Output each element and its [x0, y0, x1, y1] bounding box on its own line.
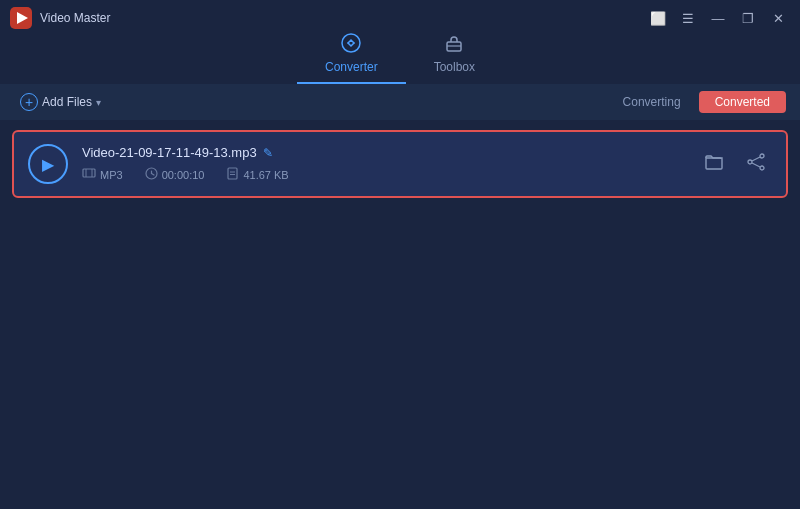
share-icon — [745, 151, 767, 177]
dropdown-arrow-icon: ▾ — [96, 97, 101, 108]
svg-line-17 — [752, 157, 760, 161]
file-name: Video-21-09-17-11-49-13.mp3 — [82, 145, 257, 160]
app-title: Video Master — [40, 11, 110, 25]
file-name-row: Video-21-09-17-11-49-13.mp3 ✎ — [82, 145, 684, 160]
meta-size: 41.67 KB — [226, 167, 288, 183]
table-row: ▶ Video-21-09-17-11-49-13.mp3 ✎ MP3 — [12, 130, 788, 198]
svg-point-14 — [760, 154, 764, 158]
svg-rect-5 — [83, 169, 95, 177]
file-size: 41.67 KB — [243, 169, 288, 181]
converter-tab-icon — [341, 33, 361, 58]
title-bar-controls: ⬜ ☰ — ❐ ✕ — [646, 6, 790, 30]
file-duration: 00:00:10 — [162, 169, 205, 181]
sub-tab-converted[interactable]: Converted — [699, 91, 786, 113]
sub-tab-converting[interactable]: Converting — [607, 91, 697, 113]
share-button[interactable] — [740, 148, 772, 180]
title-bar-left: Video Master — [10, 7, 110, 29]
minimize-btn[interactable]: — — [706, 6, 730, 30]
sub-nav-tabs: Converting Converted — [607, 91, 786, 113]
film-icon — [82, 166, 96, 183]
open-folder-button[interactable] — [698, 148, 730, 180]
file-format: MP3 — [100, 169, 123, 181]
svg-point-16 — [760, 166, 764, 170]
tab-toolbox[interactable]: Toolbox — [406, 27, 503, 84]
menu-btn[interactable]: ☰ — [676, 6, 700, 30]
clock-icon — [145, 167, 158, 183]
play-button[interactable]: ▶ — [28, 144, 68, 184]
folder-icon — [703, 151, 725, 177]
file-icon — [226, 167, 239, 183]
meta-duration: 00:00:10 — [145, 167, 205, 183]
caption-icon: ⬜ — [650, 11, 666, 26]
menu-icon: ☰ — [682, 11, 694, 26]
meta-format: MP3 — [82, 166, 123, 183]
file-meta: MP3 00:00:10 — [82, 166, 684, 183]
tab-converter[interactable]: Converter — [297, 27, 406, 84]
close-btn[interactable]: ✕ — [766, 6, 790, 30]
play-icon: ▶ — [42, 155, 54, 174]
caption-btn[interactable]: ⬜ — [646, 6, 670, 30]
plus-icon: + — [20, 93, 38, 111]
edit-icon[interactable]: ✎ — [263, 146, 273, 160]
minimize-icon: — — [712, 11, 725, 26]
svg-line-18 — [752, 163, 760, 167]
add-files-button[interactable]: + Add Files ▾ — [14, 89, 107, 115]
svg-rect-11 — [228, 168, 237, 179]
svg-point-15 — [748, 160, 752, 164]
content-area: ▶ Video-21-09-17-11-49-13.mp3 ✎ MP3 — [0, 120, 800, 509]
maximize-icon: ❐ — [742, 11, 754, 26]
app-logo-icon — [10, 7, 32, 29]
sub-nav: + Add Files ▾ Converting Converted — [0, 84, 800, 120]
maximize-btn[interactable]: ❐ — [736, 6, 760, 30]
close-icon: ✕ — [773, 11, 784, 26]
add-files-label: Add Files — [42, 95, 92, 109]
converter-tab-label: Converter — [325, 60, 378, 74]
file-actions — [698, 148, 772, 180]
svg-point-2 — [342, 34, 360, 52]
top-nav: Converter Toolbox — [0, 36, 800, 84]
toolbox-tab-label: Toolbox — [434, 60, 475, 74]
toolbox-tab-icon — [444, 33, 464, 58]
svg-line-10 — [151, 173, 154, 175]
file-info: Video-21-09-17-11-49-13.mp3 ✎ MP3 — [82, 145, 684, 183]
